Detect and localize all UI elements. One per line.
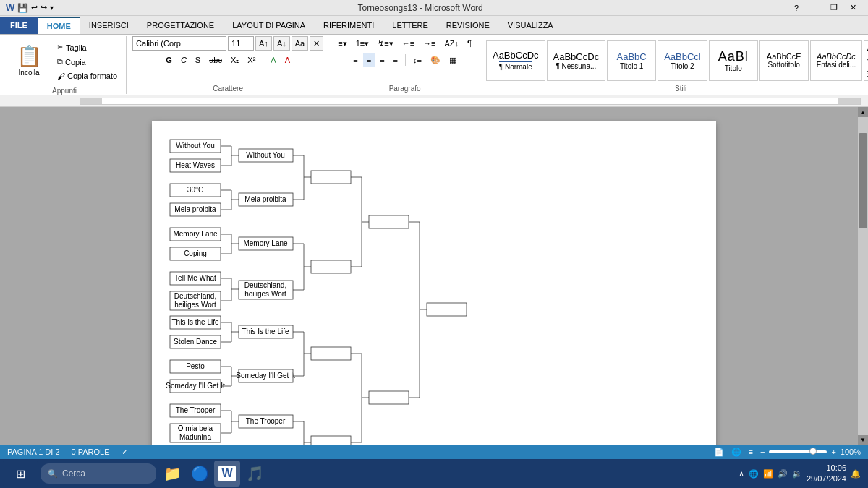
r2-mela: Mela proibita — [244, 195, 286, 203]
quick-save[interactable]: 💾 — [17, 3, 28, 13]
paste-button[interactable]: 📋 Incolla — [7, 36, 51, 87]
strikethrough-btn[interactable]: abc — [205, 53, 226, 67]
clipboard-group: 📋 Incolla ✂ Taglia ⧉ Copia 🖌 Copia forma… — [3, 36, 127, 94]
tab-inserisci[interactable]: INSERISCI — [80, 16, 138, 34]
style-enfasi[interactable]: AaBbCcDc Enfasi deli... — [810, 40, 862, 81]
vertical-scrollbar[interactable]: ▲ ▼ — [858, 107, 868, 445]
proofing-icon[interactable]: ✓ — [122, 448, 128, 457]
wifi-icon: 📶 — [763, 469, 773, 479]
maximize-btn[interactable]: ❐ — [825, 1, 843, 14]
taskbar-search[interactable]: 🔍 — [41, 463, 156, 484]
pilcrow-btn[interactable]: ¶ — [464, 36, 475, 51]
tab-file[interactable]: FILE — [0, 17, 38, 34]
taskbar-files-btn[interactable]: 📁 — [159, 461, 185, 487]
style-sottotitolo[interactable]: AaBbCcE Sottotitolo — [760, 40, 809, 81]
volume-icon[interactable]: 🔊 — [778, 469, 788, 479]
paste-label: Incolla — [19, 69, 40, 77]
align-right-btn[interactable]: ≡ — [376, 53, 388, 67]
r1-heat-waves: Heat Waves — [176, 161, 215, 169]
style-titolo2[interactable]: AaBbCcl Titolo 2 — [658, 40, 707, 81]
taskbar-word-btn[interactable]: W — [214, 461, 240, 487]
zoom-slider[interactable] — [769, 450, 827, 453]
line-spacing-btn[interactable]: ↕≡ — [409, 53, 425, 67]
style-titolo1[interactable]: AaBbC Titolo 1 — [607, 40, 656, 81]
border-btn[interactable]: ▦ — [446, 53, 460, 67]
sort-btn[interactable]: AZ↓ — [441, 36, 462, 51]
view-outline-btn[interactable]: ≡ — [749, 448, 753, 456]
scroll-down-btn[interactable]: ▼ — [858, 435, 868, 445]
multi-list-btn[interactable]: ↯≡▾ — [374, 36, 396, 51]
num-list-btn[interactable]: 1≡▾ — [352, 36, 373, 51]
r2-without-you: Without You — [246, 151, 284, 159]
document-area[interactable]: Without You Heat Waves 30°C Mela proibit… — [0, 107, 868, 445]
clear-format-btn[interactable]: ✕ — [310, 36, 323, 51]
network-icon[interactable]: 🌐 — [749, 469, 759, 479]
font-name-input[interactable] — [132, 36, 226, 51]
styles-area: AaBbCcDc ¶ Normale AaBbCcDc ¶ Nessuna...… — [486, 40, 868, 81]
view-web-btn[interactable]: 🌐 — [731, 448, 741, 457]
underline-btn[interactable]: S — [192, 53, 204, 67]
tab-visualizza[interactable]: VISUALIZZA — [499, 16, 563, 34]
r1-someday: Someday I'll Get It — [166, 382, 225, 390]
zoom-in-btn[interactable]: + — [831, 448, 835, 456]
style-sottotitolo-label: Sottotitolo — [767, 61, 799, 69]
style-normal[interactable]: AaBbCcDc ¶ Normale — [486, 40, 545, 81]
styles-scroll[interactable]: ▲ ▼ ⊞ — [864, 40, 868, 81]
start-button[interactable]: ⊞ — [3, 461, 38, 487]
scroll-thumb[interactable] — [859, 133, 867, 228]
view-print-btn[interactable]: 📄 — [714, 448, 724, 457]
tab-lettere[interactable]: LETTERE — [383, 16, 438, 34]
align-left-btn[interactable]: ≡ — [349, 53, 361, 67]
taskbar-search-input[interactable] — [62, 468, 149, 479]
subscript-btn[interactable]: X₂ — [227, 53, 242, 67]
zoom-thumb[interactable] — [809, 448, 817, 455]
help-btn[interactable]: ? — [787, 1, 806, 14]
tab-riferimenti[interactable]: RIFERIMENTI — [315, 16, 383, 34]
styles-group: AaBbCcDc ¶ Normale AaBbCcDc ¶ Nessuna...… — [482, 36, 868, 94]
tab-home[interactable]: HOME — [38, 17, 80, 34]
taskbar-chrome-btn[interactable]: 🔵 — [187, 461, 213, 487]
scroll-up-btn[interactable]: ▲ — [858, 107, 868, 117]
r1-pesto: Pesto — [186, 362, 205, 370]
style-titolo2-label: Titolo 2 — [671, 62, 694, 70]
clock-time: 10:06 — [807, 463, 846, 474]
r1-this-is-life: This Is the Life — [171, 318, 218, 326]
svg-rect-74 — [311, 347, 351, 360]
justify-btn[interactable]: ≡ — [390, 53, 401, 67]
font-color-btn[interactable]: A — [281, 53, 294, 67]
style-down-icon: ▼ — [865, 56, 868, 66]
indent-dec-btn[interactable]: ←≡ — [399, 36, 418, 51]
window-title: Torneosongs13 - Microsoft Word — [54, 3, 787, 13]
shrink-font-btn[interactable]: A↓ — [273, 36, 290, 51]
font-size-input[interactable] — [228, 36, 254, 51]
style-nessuna[interactable]: AaBbCcDc ¶ Nessuna... — [547, 40, 606, 81]
grow-font-btn[interactable]: A↑ — [255, 36, 272, 51]
bullet-list-btn[interactable]: ≡▾ — [334, 36, 350, 51]
font-selector-row: A↑ A↓ Aa ✕ — [132, 36, 323, 51]
notification-btn[interactable]: 🔔 — [851, 469, 861, 479]
case-btn[interactable]: Aa — [292, 36, 308, 51]
italic-btn[interactable]: C — [177, 53, 190, 67]
time-block[interactable]: 10:06 29/07/2024 — [807, 463, 846, 485]
highlight-btn[interactable]: A — [267, 53, 279, 67]
tab-layout[interactable]: LAYOUT DI PAGINA — [224, 16, 315, 34]
tab-revisione[interactable]: REVISIONE — [438, 16, 499, 34]
style-titolo[interactable]: AaBl Titolo — [709, 40, 758, 81]
tab-progettazione[interactable]: PROGETTAZIONE — [138, 16, 224, 34]
minimize-btn[interactable]: — — [806, 1, 825, 14]
cut-btn[interactable]: ✂ Taglia — [53, 40, 122, 54]
copy-btn[interactable]: ⧉ Copia — [53, 55, 122, 69]
zoom-out-btn[interactable]: − — [760, 448, 765, 456]
taskbar-spotify-btn[interactable]: 🎵 — [242, 461, 268, 487]
align-center-btn[interactable]: ≡ — [363, 53, 375, 67]
format-paint-btn[interactable]: 🖌 Copia formato — [53, 69, 122, 82]
undo-btn[interactable]: ↩ — [31, 3, 38, 12]
shading-btn[interactable]: 🎨 — [427, 53, 444, 67]
tray-expand-btn[interactable]: ∧ — [739, 469, 744, 479]
close-btn[interactable]: ✕ — [843, 1, 862, 14]
bold-btn[interactable]: G — [162, 53, 176, 67]
redo-btn[interactable]: ↪ — [41, 3, 47, 12]
word-window: W 💾 ↩ ↪ ▾ Torneosongs13 - Microsoft Word… — [0, 0, 868, 459]
indent-inc-btn[interactable]: →≡ — [420, 36, 439, 51]
superscript-btn[interactable]: X² — [244, 53, 259, 67]
